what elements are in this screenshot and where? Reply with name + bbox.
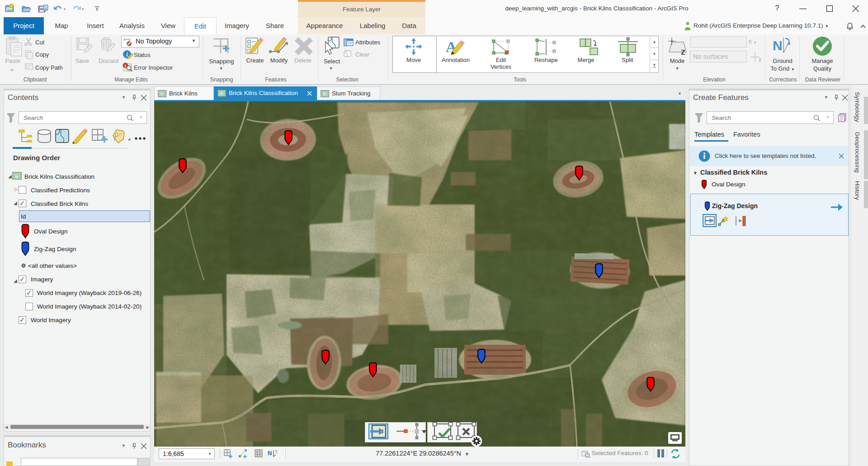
svg-text:!: ! (125, 64, 126, 68)
svg-text:z: z (681, 47, 685, 56)
svg-text:N: N (268, 450, 272, 456)
svg-text:N: N (773, 38, 783, 53)
svg-text:Merge: Merge (578, 57, 594, 63)
svg-text:Move: Move (406, 57, 421, 63)
svg-text:z: z (759, 56, 762, 62)
svg-text:Split: Split (622, 57, 633, 63)
svg-text:Annotation: Annotation (442, 57, 470, 63)
svg-text:Edit: Edit (496, 57, 506, 63)
svg-text:i: i (126, 51, 128, 58)
svg-text:Reshape: Reshape (534, 57, 558, 63)
svg-text:Vertices: Vertices (491, 63, 512, 70)
